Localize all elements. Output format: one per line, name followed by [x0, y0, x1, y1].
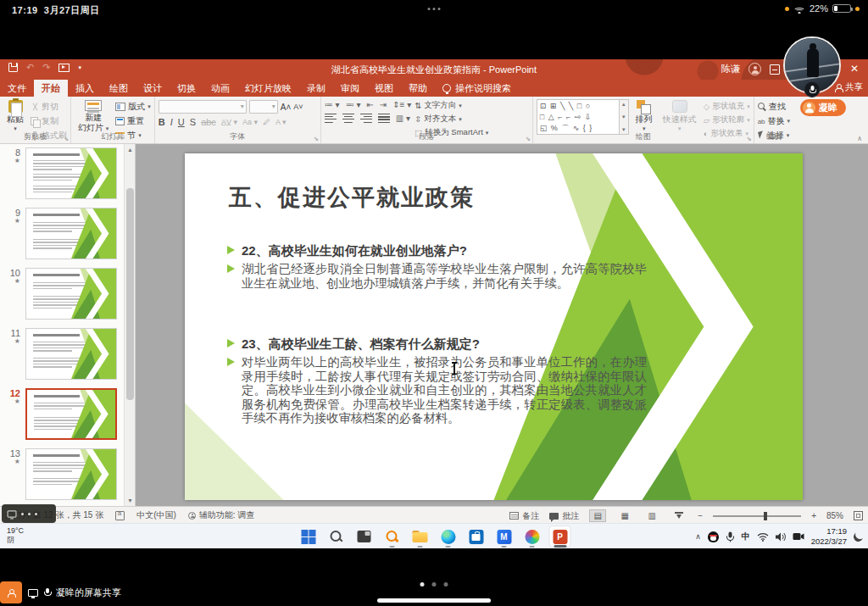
tab-animations[interactable]: 动画 — [203, 80, 237, 97]
shape-fill-button[interactable]: ◇形状填充▾ — [704, 101, 750, 112]
account-avatar[interactable] — [748, 63, 761, 75]
wifi-tray-icon[interactable] — [757, 532, 769, 542]
weather-widget[interactable]: 19°C 阴 — [7, 526, 24, 545]
shape-outline-button[interactable]: ▱形状轮廓▾ — [704, 114, 750, 125]
font-name-combobox[interactable] — [159, 100, 247, 114]
text-direction-button[interactable]: ⇅文字方向▾ — [415, 100, 488, 111]
question-22[interactable]: 22、高校毕业生如何在就业创业地落户? — [227, 243, 467, 259]
home-indicator[interactable] — [377, 598, 491, 603]
font-color-button[interactable]: A ▾ — [275, 118, 287, 126]
tab-file[interactable]: 文件 — [0, 80, 34, 97]
font-dialog-launcher-icon[interactable]: ⇘ — [314, 136, 319, 142]
microphone-tray-icon[interactable] — [726, 531, 735, 542]
paragraph-dialog-launcher-icon[interactable]: ⇘ — [526, 136, 531, 142]
columns-button[interactable]: ▥ ▾ — [396, 114, 410, 123]
tab-record[interactable]: 录制 — [299, 80, 333, 97]
bullets-button[interactable]: ≔ ▾ — [325, 100, 340, 109]
collapse-ribbon-icon[interactable]: ∧ — [857, 135, 862, 142]
tab-slideshow[interactable]: 幻灯片放映 — [237, 80, 299, 97]
close-button[interactable]: ✕ — [848, 63, 861, 75]
ribbon-display-options-icon[interactable] — [770, 64, 780, 75]
bold-button[interactable]: B — [159, 117, 165, 127]
scrollbar-thumb[interactable] — [126, 188, 134, 400]
clock-widget[interactable]: 17:19 2022/3/27 — [811, 526, 847, 547]
tab-review[interactable]: 审阅 — [333, 80, 367, 97]
scroll-up-icon[interactable]: ▲ — [125, 144, 136, 155]
normal-view-button[interactable]: ▤ — [589, 509, 606, 522]
start-slideshow-icon[interactable] — [58, 64, 70, 72]
speaker-tray-icon[interactable] — [776, 532, 786, 542]
answer-23[interactable]: 对毕业两年以上的高校毕业生，被招录为公务员和事业单位工作的，在办理录用手续时，工… — [227, 355, 647, 425]
tab-draw[interactable]: 绘图 — [102, 80, 136, 97]
task-view-button[interactable] — [353, 525, 376, 548]
edge-browser-button[interactable] — [437, 525, 459, 548]
start-button[interactable] — [298, 525, 320, 548]
focus-assist-moon-icon[interactable] — [852, 531, 864, 542]
accessibility-indicator[interactable]: 辅助功能: 调查 — [188, 509, 255, 521]
line-spacing-button[interactable]: ⇕≡ ▾ — [392, 100, 411, 109]
save-icon[interactable] — [8, 63, 18, 72]
multitask-dots-icon[interactable] — [428, 8, 441, 10]
webcam-mic-badge[interactable] — [804, 81, 821, 97]
replace-button[interactable]: ab替换▾ — [758, 115, 790, 127]
zoom-slider-thumb[interactable] — [764, 512, 767, 520]
account-name[interactable]: 陈谦 — [721, 63, 740, 75]
undo-icon[interactable]: ↶ — [26, 62, 34, 73]
screen-share-banner[interactable]: 凝眸的屏幕共享 — [0, 579, 121, 606]
question-23[interactable]: 23、高校毕业生工龄、档案有什么新规定? — [227, 336, 480, 353]
qat-customize-caret-icon[interactable]: ▾ — [78, 64, 81, 71]
tab-help[interactable]: 帮助 — [401, 80, 435, 97]
thumbnail-slide-10[interactable]: 10★ — [0, 264, 135, 325]
zoom-in-button[interactable]: + — [811, 511, 816, 520]
slide-canvas[interactable]: 五、促进公平就业政策 22、高校毕业生如何在就业创业地落户? 湖北省已经逐步取消… — [185, 153, 803, 500]
layout-button[interactable]: 版式▾ — [115, 101, 151, 113]
increase-indent-icon[interactable]: ⇥ — [380, 100, 387, 109]
slideshow-view-button[interactable] — [670, 509, 687, 522]
paste-button[interactable]: 粘贴 ▾ — [3, 99, 27, 133]
search-button[interactable] — [326, 525, 348, 548]
media-app-button[interactable] — [521, 525, 543, 548]
zoom-slider[interactable] — [713, 515, 801, 517]
notes-toggle[interactable]: 备注 — [509, 510, 539, 522]
tab-design[interactable]: 设计 — [136, 80, 170, 97]
align-center-button[interactable] — [342, 114, 354, 123]
meeting-app-button[interactable] — [493, 525, 515, 548]
underline-button[interactable]: U — [178, 117, 185, 127]
thumbnail-scrollbar[interactable]: ▲ ▼ — [124, 144, 135, 506]
fit-to-window-icon[interactable] — [854, 511, 863, 520]
thumbnail-slide-8[interactable]: 8★ — [0, 144, 135, 204]
redo-icon[interactable]: ↷ — [42, 62, 50, 73]
zoom-level[interactable]: 85% — [826, 511, 843, 520]
tray-overflow-chevron-icon[interactable]: ∧ — [695, 532, 701, 541]
copy-button[interactable]: 复制 — [31, 115, 67, 127]
tell-me-search[interactable]: 操作说明搜索 — [435, 80, 519, 97]
qq-tray-icon[interactable] — [708, 531, 719, 542]
spellcheck-indicator[interactable] — [115, 511, 125, 520]
text-shadow-button[interactable]: S — [190, 117, 196, 127]
change-case-button[interactable]: Aa ▾ — [242, 118, 258, 126]
numbering-button[interactable]: ≕ ▾ — [346, 100, 361, 109]
reading-view-button[interactable]: ▥ — [643, 509, 660, 522]
scroll-down-icon[interactable]: ▼ — [125, 495, 136, 506]
align-text-button[interactable]: ⇳对齐文本▾ — [415, 114, 488, 125]
screen-share-control-chip[interactable] — [2, 504, 56, 523]
character-spacing-button[interactable]: A̲V̲ ▾ — [221, 118, 237, 126]
find-button[interactable]: 查找 — [758, 101, 790, 113]
decrease-indent-icon[interactable]: ⇤ — [366, 100, 373, 109]
thumbnail-slide-12-selected[interactable]: 12★ — [0, 385, 135, 445]
comments-toggle[interactable]: 批注 — [549, 510, 579, 522]
cut-button[interactable]: 剪切 — [31, 101, 67, 113]
thumbnail-slide-13[interactable]: 13★ — [0, 445, 135, 505]
italic-button[interactable]: I — [170, 117, 173, 127]
shapes-gallery-scrollbar[interactable]: ▲▼▼ — [620, 99, 629, 135]
align-left-button[interactable] — [325, 114, 337, 123]
quick-styles-button[interactable]: 快速样式 ▾ — [659, 99, 700, 133]
reset-button[interactable]: 重置 — [115, 115, 151, 127]
highlight-color-button[interactable]: 🖉 — [263, 118, 270, 126]
presence-pill[interactable]: 凝眸 — [800, 99, 846, 116]
share-button[interactable]: 共享 — [834, 81, 863, 93]
tab-insert[interactable]: 插入 — [68, 80, 102, 97]
thumbnail-slide-11[interactable]: 11★ — [0, 325, 135, 385]
powerpoint-taskbar-button[interactable] — [549, 525, 571, 548]
strikethrough-button[interactable]: abc — [201, 117, 216, 127]
